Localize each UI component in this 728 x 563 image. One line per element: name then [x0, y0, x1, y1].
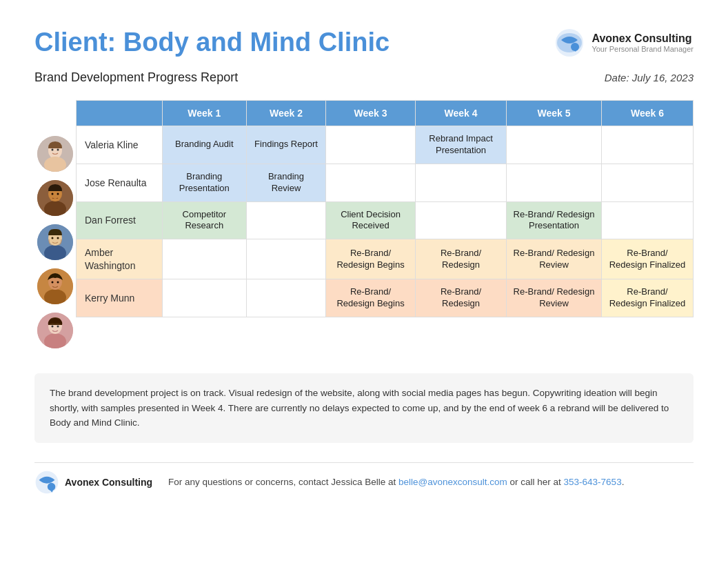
- report-date: Date: July 16, 2023: [605, 72, 694, 83]
- task-cell: [162, 239, 246, 279]
- svg-point-18: [52, 237, 54, 239]
- footer-email[interactable]: belle@avonexconsult.com: [398, 477, 507, 487]
- task-cell: Re-Brand/ Redesign Begins: [326, 279, 416, 317]
- tagline: Your Personal Brand Manager: [592, 45, 694, 53]
- task-cell: [507, 126, 602, 164]
- client-label: Client:: [34, 28, 116, 57]
- task-cell: [416, 164, 507, 201]
- task-cell: Re-Brand/ Redesign: [416, 239, 507, 279]
- task-cell: Re-Brand/ Redesign Review: [507, 279, 602, 317]
- task-cell: Competitor Research: [162, 201, 246, 239]
- table-wrapper: Week 1 Week 2 Week 3 Week 4 Week 5 Week …: [34, 100, 694, 353]
- task-cell: Client Decision Received: [326, 201, 416, 239]
- avatar-kerry: [34, 308, 76, 353]
- col-header-week3: Week 3: [326, 101, 416, 126]
- task-cell: [601, 201, 693, 239]
- footer-logo-icon: [34, 470, 59, 495]
- avatar-dan: [34, 220, 76, 264]
- table-row: Valeria Kline Branding Audit Findings Re…: [77, 126, 694, 164]
- task-cell: [326, 126, 416, 164]
- col-header-week5: Week 5: [507, 101, 602, 126]
- task-cell: Findings Report: [246, 126, 325, 164]
- task-cell: Re-Brand/ Redesign Review: [507, 239, 602, 279]
- task-cell: Re-Brand/ Redesign: [416, 279, 507, 317]
- table-row: Kerry Munn Re-Brand/ Redesign Begins Re-…: [77, 279, 694, 317]
- avatar-amber: [34, 264, 76, 308]
- table-row: Jose Renaulta Branding Presentation Bran…: [77, 164, 694, 201]
- col-header-week2: Week 2: [246, 101, 325, 126]
- client-name: Body and Mind Clinic: [123, 28, 390, 57]
- svg-point-7: [52, 149, 54, 151]
- footer-period: .: [622, 477, 625, 487]
- col-header-week4: Week 4: [416, 101, 507, 126]
- col-header-week1: Week 1: [162, 101, 246, 126]
- footer-company-name: Avonex Consulting: [65, 477, 152, 488]
- company-name: Avonex Consulting: [592, 32, 694, 45]
- task-cell: [162, 279, 246, 317]
- summary-box: The brand development project is on trac…: [34, 373, 694, 443]
- svg-point-8: [57, 149, 59, 151]
- task-cell: Re-Brand/ Redesign Presentation: [507, 201, 602, 239]
- name-amber: Amber Washington: [77, 239, 163, 279]
- subheader: Brand Development Progress Report Date: …: [34, 70, 694, 85]
- task-cell: Branding Review: [246, 164, 325, 201]
- name-jose: Jose Renaulta: [77, 164, 163, 201]
- name-valeria: Valeria Kline: [77, 126, 163, 164]
- table-row: Amber Washington Re-Brand/ Redesign Begi…: [77, 239, 694, 279]
- avatar-jose: [34, 176, 76, 220]
- avatar-valeria: [34, 132, 76, 176]
- svg-point-23: [52, 282, 54, 284]
- footer: Avonex Consulting For any questions or c…: [34, 462, 694, 495]
- footer-contact-text: For any questions or concerns, contact J…: [168, 477, 694, 487]
- footer-phone[interactable]: 353-643-7653: [564, 477, 622, 487]
- footer-phone-prefix: or call her at: [510, 477, 561, 487]
- task-cell: [246, 279, 325, 317]
- task-cell: Re-Brand/ Redesign Begins: [326, 239, 416, 279]
- svg-point-19: [57, 237, 59, 239]
- page-header: Client: Body and Mind Clinic Avonex Cons…: [34, 28, 694, 58]
- progress-table: Week 1 Week 2 Week 3 Week 4 Week 5 Week …: [76, 100, 694, 317]
- logo-area: Avonex Consulting Your Personal Brand Ma…: [554, 28, 694, 58]
- task-cell: [246, 201, 325, 239]
- task-cell: [601, 126, 693, 164]
- summary-text: The brand development project is on trac…: [50, 388, 669, 428]
- footer-logo: Avonex Consulting: [34, 470, 159, 495]
- table-row: Dan Forrest Competitor Research Client D…: [77, 201, 694, 239]
- svg-rect-14: [51, 199, 59, 201]
- task-cell: Re-Brand/ Redesign Finalized: [601, 279, 693, 317]
- avatars-column: [34, 100, 76, 353]
- logo-text: Avonex Consulting Your Personal Brand Ma…: [592, 32, 694, 53]
- name-dan: Dan Forrest: [77, 201, 163, 239]
- col-header-week6: Week 6: [601, 101, 693, 126]
- header-title: Client: Body and Mind Clinic: [34, 28, 390, 57]
- task-cell: Re-Brand/ Redesign Finalized: [601, 239, 693, 279]
- report-title: Brand Development Progress Report: [34, 70, 238, 85]
- task-cell: [507, 164, 602, 201]
- svg-point-12: [52, 193, 54, 195]
- svg-point-24: [57, 282, 59, 284]
- task-cell: Branding Audit: [162, 126, 246, 164]
- svg-point-28: [52, 326, 54, 328]
- svg-point-13: [57, 193, 59, 195]
- logo-icon: [554, 28, 585, 58]
- task-cell: Branding Presentation: [162, 164, 246, 201]
- svg-point-29: [57, 326, 59, 328]
- task-cell: [246, 239, 325, 279]
- task-cell: [601, 164, 693, 201]
- footer-text-prefix: For any questions or concerns, contact J…: [168, 477, 396, 487]
- task-cell: [326, 164, 416, 201]
- task-cell: [416, 201, 507, 239]
- task-cell: Rebrand Impact Presentation: [416, 126, 507, 164]
- name-kerry: Kerry Munn: [77, 279, 163, 317]
- col-header-name: [77, 101, 163, 126]
